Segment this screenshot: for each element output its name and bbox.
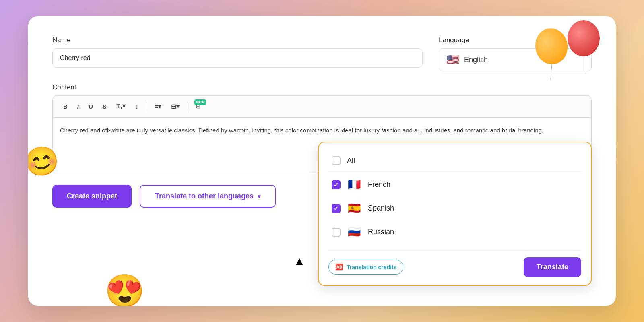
credits-icon: 🆎 — [335, 263, 343, 271]
french-flag-icon: 🇫🇷 — [347, 178, 361, 191]
toolbar-separator-1 — [147, 102, 147, 111]
checkbox-spanish[interactable] — [332, 204, 341, 213]
lang-spanish-label: Spanish — [368, 204, 394, 213]
language-selector[interactable]: 🇺🇸 English — [439, 48, 592, 71]
us-flag-icon: 🇺🇸 — [446, 54, 459, 66]
lang-option-spanish[interactable]: 🇪🇸 Spanish — [328, 196, 581, 220]
lang-russian-label: Russian — [368, 228, 394, 236]
content-text: Cherry red and off-white are truly versa… — [60, 127, 543, 134]
name-label: Name — [52, 36, 423, 44]
chevron-down-icon: ▾ — [258, 193, 260, 200]
language-value: English — [464, 56, 488, 64]
lang-all-label: All — [347, 157, 355, 165]
new-badge: NEW — [194, 99, 206, 105]
translation-credits-label: Translation credits — [347, 264, 396, 270]
emoji-smiling: 😊 — [28, 142, 62, 181]
cursor: ▲ — [294, 255, 305, 268]
language-dropdown: All 🇫🇷 French 🇪🇸 Spanish 🇷🇺 Russian 🆎 Tr… — [318, 142, 592, 286]
lang-separator-1 — [328, 171, 581, 172]
name-section: Name — [52, 36, 423, 68]
name-input[interactable] — [52, 48, 423, 68]
bold-button[interactable]: B — [59, 101, 72, 112]
numbered-list-button[interactable]: ⊟▾ — [167, 101, 184, 113]
font-size-button[interactable]: Tт▾ — [112, 100, 130, 113]
create-snippet-button[interactable]: Create snippet — [52, 185, 132, 208]
lang-option-all[interactable]: All — [328, 151, 581, 171]
checkbox-russian[interactable] — [332, 228, 341, 237]
italic-button[interactable]: I — [73, 101, 83, 112]
spanish-flag-icon: 🇪🇸 — [347, 202, 361, 215]
checkbox-all[interactable] — [332, 156, 341, 165]
lang-option-french[interactable]: 🇫🇷 French — [328, 173, 581, 196]
language-label: Language — [439, 36, 592, 44]
main-card: 😊 😍 Name Language 🇺🇸 English Content B I… — [28, 16, 616, 306]
form-top-row: Name Language 🇺🇸 English — [52, 36, 592, 71]
strikethrough-button[interactable]: S — [99, 101, 111, 112]
emoji-heart-eyes: 😍 — [105, 272, 145, 306]
language-section: Language 🇺🇸 English — [439, 36, 592, 71]
translation-credits-button[interactable]: 🆎 Translation credits — [328, 260, 403, 275]
lang-french-label: French — [368, 180, 390, 189]
dropdown-footer: 🆎 Translation credits Translate — [328, 250, 581, 277]
line-height-button[interactable]: ↕ — [131, 101, 142, 112]
bullet-list-button[interactable]: ≡▾ — [151, 101, 166, 113]
translate-button[interactable]: Translate to other languages ▾ — [140, 185, 276, 208]
translate-action-button[interactable]: Translate — [524, 257, 581, 277]
new-feature-button[interactable]: ⊞ NEW — [192, 101, 204, 112]
russian-flag-icon: 🇷🇺 — [347, 226, 361, 238]
checkbox-french[interactable] — [332, 180, 341, 189]
toolbar-separator-2 — [188, 102, 188, 111]
content-label: Content — [52, 83, 592, 91]
lang-option-russian[interactable]: 🇷🇺 Russian — [328, 220, 581, 244]
editor-toolbar: B I U S Tт▾ ↕ ≡▾ ⊟▾ ⊞ NEW — [52, 95, 592, 117]
translate-button-label: Translate to other languages — [155, 192, 254, 200]
underline-button[interactable]: U — [85, 101, 97, 112]
